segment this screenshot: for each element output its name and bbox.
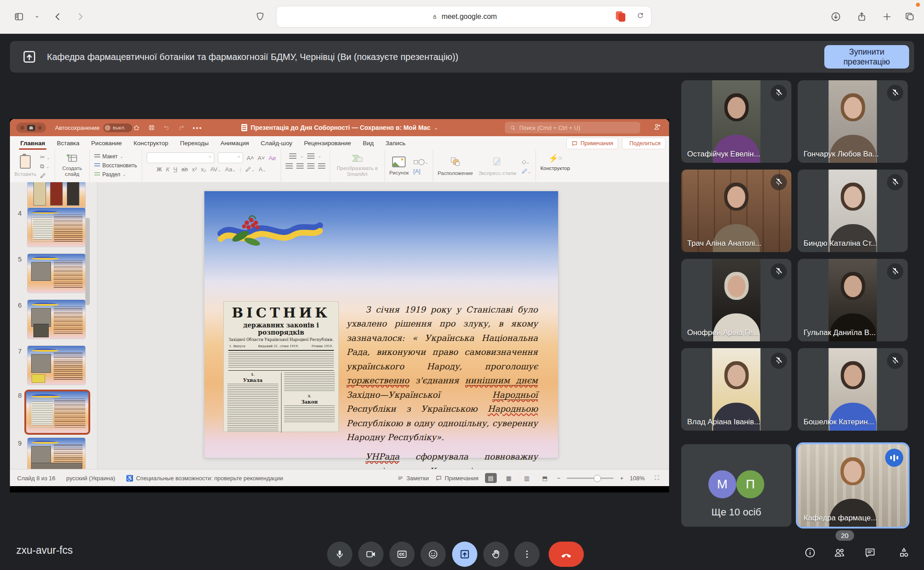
fit-slide-button[interactable]: ⛶ xyxy=(651,473,663,483)
autosave-toggle[interactable]: выкл. xyxy=(103,124,132,132)
sidebar-toggle-icon[interactable] xyxy=(14,11,24,22)
align-left-icon[interactable] xyxy=(286,163,293,169)
address-bar[interactable]: meet.google.com xyxy=(276,6,651,28)
comments-toggle[interactable]: Примечания xyxy=(435,475,479,482)
slide-thumbnail-5[interactable] xyxy=(27,253,86,293)
tile-кафедра-фармаце-[interactable]: Кафедра фармаце... xyxy=(798,444,908,527)
textbox-icon[interactable]: [A] xyxy=(413,168,420,175)
accessibility-check[interactable]: ♿ Специальные возможности: проверьте рек… xyxy=(126,475,283,482)
tile-гульпак-даниїла-в-[interactable]: Гульпак Даниїла В... xyxy=(798,259,908,341)
designer-group[interactable]: ⚡ Конструктор xyxy=(536,150,575,182)
bullets-icon[interactable] xyxy=(289,153,296,159)
redo-icon[interactable] xyxy=(178,124,185,131)
present-button[interactable] xyxy=(452,542,477,567)
italic-button[interactable]: К xyxy=(166,166,170,173)
slide-thumbnail-9[interactable] xyxy=(27,437,86,469)
picture-group[interactable]: Рисунок ◻◯⌄ [A] xyxy=(385,150,433,182)
reading-view-button[interactable]: ▥ xyxy=(521,473,533,483)
notes-button[interactable]: Заметки xyxy=(397,475,429,482)
grow-font-icon[interactable]: A˄ xyxy=(247,155,254,161)
comments-button[interactable]: Примечания xyxy=(566,138,618,149)
slide-sorter-button[interactable]: ▦ xyxy=(503,473,515,483)
captions-button[interactable] xyxy=(389,542,415,567)
restore-button[interactable]: Восстановить xyxy=(94,162,137,169)
tile-бошелюк-катерин-[interactable]: Бошелюк Катерин... xyxy=(798,348,908,431)
tile-гончарук-любов-ва-[interactable]: Гончарук Любов Ва... xyxy=(798,80,908,163)
share-icon[interactable] xyxy=(856,11,867,22)
chevron-down-icon[interactable] xyxy=(33,13,41,20)
tab-Вид[interactable]: Вид xyxy=(357,136,379,150)
slide-8[interactable]: ВІСТНИК державних законів і розпорядків … xyxy=(204,191,558,458)
window-controls[interactable] xyxy=(16,123,46,133)
char-spacing-button[interactable]: AV⌄ xyxy=(210,166,221,173)
new-tab-icon[interactable] xyxy=(882,11,892,22)
align-center-icon[interactable] xyxy=(296,163,304,169)
slide-thumbnail-6[interactable] xyxy=(27,299,86,339)
tab-Слайд-шоу[interactable]: Слайд-шоу xyxy=(255,136,298,150)
normal-view-button[interactable]: ▤ xyxy=(485,473,497,483)
tab-Переходы[interactable]: Переходы xyxy=(174,136,214,150)
tab-Рисование[interactable]: Рисование xyxy=(85,136,128,150)
smartart-group[interactable]: Преобразовать в SmartArt xyxy=(330,150,385,182)
back-icon[interactable] xyxy=(52,11,63,22)
stop-presenting-button[interactable]: Зупинити презентацію xyxy=(824,45,909,69)
hand-button[interactable] xyxy=(483,542,508,567)
chat-panel-button[interactable] xyxy=(864,546,876,559)
tile-биндю-каталіна-ст-[interactable]: Биндю Каталіна Ст... xyxy=(798,170,908,252)
tab-Вставка[interactable]: Вставка xyxy=(51,136,85,150)
tab-Главная[interactable]: Главная xyxy=(14,136,51,150)
save-icon[interactable] xyxy=(148,124,155,131)
shape-fill-icon[interactable]: ◇⌄ xyxy=(522,158,530,165)
superscript-button[interactable]: x² xyxy=(192,166,197,173)
info-panel-button[interactable] xyxy=(804,546,816,559)
underline-button[interactable]: Ч xyxy=(173,166,177,173)
slide-thumbnail-7[interactable] xyxy=(27,345,86,385)
activities-panel-button[interactable] xyxy=(897,546,910,559)
more-button[interactable] xyxy=(514,542,540,567)
tile-more-people[interactable]: МПЩе 10 осіб xyxy=(681,444,791,527)
slide-thumbnail-4[interactable] xyxy=(27,207,86,247)
tab-Конструктор[interactable]: Конструктор xyxy=(128,136,174,150)
slide-thumbnail-panel[interactable]: 456789 xyxy=(10,182,97,469)
slide-counter[interactable]: Слайд 8 из 16 xyxy=(17,475,55,482)
end-call-button[interactable] xyxy=(549,542,584,567)
share-presence-icon[interactable] xyxy=(653,122,662,131)
reload-icon[interactable] xyxy=(636,11,645,20)
section-button[interactable]: Раздел ⌄ xyxy=(94,171,126,178)
paragraph-group[interactable]: ⌄ ⌄ xyxy=(281,150,330,182)
font-group[interactable]: A˄ A˅ A⌀ Ж К Ч ab x² x₂ AV⌄ Aa⌄ | xyxy=(142,150,281,182)
layout-button[interactable]: Макет ⌄ xyxy=(94,153,124,160)
zoom-slider[interactable] xyxy=(567,478,614,479)
thumbnail-scrollbar[interactable] xyxy=(85,218,90,305)
copy-icon[interactable]: ⧉ ⌄ xyxy=(40,163,49,170)
share-button[interactable]: Поделиться xyxy=(622,138,665,149)
tab-Запись[interactable]: Запись xyxy=(379,136,411,150)
paste-group[interactable]: Вставить ✂ ⌄ ⧉ ⌄ 🖉 xyxy=(10,150,55,182)
arrange-group[interactable]: Расположение Экспресс-стили ◇⌄ 🖉⌄ xyxy=(433,150,536,182)
downloads-icon[interactable] xyxy=(830,11,841,23)
tile-остафійчук-евелін-[interactable]: Остафійчук Евелін... xyxy=(681,80,791,163)
format-painter-icon[interactable]: 🖉 xyxy=(40,172,46,179)
ppt-search-field[interactable]: Поиск (Cmd + Ctrl + U) xyxy=(505,122,640,133)
cut-icon[interactable]: ✂ ⌄ xyxy=(40,154,50,161)
bold-button[interactable]: Ж xyxy=(157,166,162,173)
mic-button[interactable] xyxy=(327,542,352,567)
emoji-button[interactable] xyxy=(420,542,446,567)
font-size-select[interactable] xyxy=(218,152,243,163)
font-name-select[interactable] xyxy=(147,152,214,163)
justify-icon[interactable] xyxy=(318,163,325,169)
shape-outline-icon[interactable]: 🖉⌄ xyxy=(522,168,531,175)
screen-share-indicator-icon[interactable] xyxy=(615,11,628,22)
align-right-icon[interactable] xyxy=(307,163,314,169)
subscript-button[interactable]: x₂ xyxy=(201,166,206,173)
autosave-control[interactable]: Автосохранение выкл. xyxy=(55,119,132,136)
tabs-overview-icon[interactable] xyxy=(904,11,915,22)
zoom-level[interactable]: 108% xyxy=(630,475,645,482)
slide-thumbnail-8[interactable] xyxy=(24,390,90,435)
shield-icon[interactable] xyxy=(255,12,265,22)
clear-format-icon[interactable]: A⌀ xyxy=(268,155,276,161)
tile-влад-аріана-іванів-[interactable]: Влад Аріана Іванів... xyxy=(681,348,791,431)
layout-group[interactable]: Макет ⌄ Восстановить Раздел ⌄ xyxy=(90,150,142,182)
people-panel-button[interactable] xyxy=(833,546,845,559)
zoom-in-button[interactable]: + xyxy=(620,475,624,482)
